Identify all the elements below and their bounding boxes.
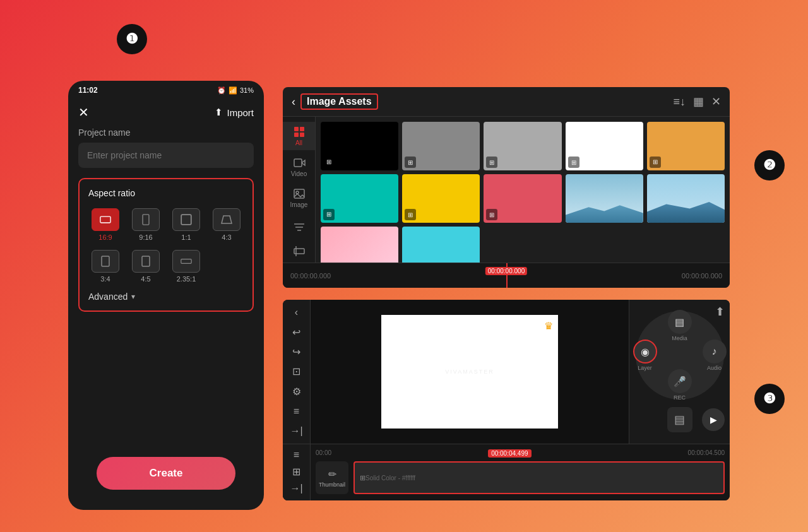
ar-label-4-3: 4:3 — [222, 233, 231, 241]
wifi-icon: 📶 — [229, 86, 237, 95]
editor-left-tools: ‹ ↩ ↪ ⊡ ⚙ ≡ →| — [283, 300, 311, 444]
ar-label-2-35-1: 2.35:1 — [177, 275, 196, 283]
close-icon[interactable]: ✕ — [711, 95, 721, 109]
ar-icon-1-1 — [172, 208, 200, 231]
step-3: ❸ — [754, 384, 785, 414]
ar-label-3-4: 3:4 — [100, 275, 110, 283]
ar-item-16-9[interactable]: 16:9 — [88, 208, 122, 241]
svg-rect-0 — [100, 216, 110, 223]
ar-item-9-16[interactable]: 9:16 — [129, 208, 163, 241]
advanced-label: Advanced — [88, 292, 128, 302]
sidebar-item-filter[interactable] — [283, 217, 315, 239]
close-button[interactable]: ✕ — [78, 105, 89, 120]
editor-canvas: VIVAMASTER ♛ — [311, 300, 629, 444]
canvas-content: VIVAMASTER ♛ — [381, 315, 558, 429]
audio-icon: ♪ — [703, 340, 727, 364]
timeline-track-area: 00:00 00:00:04.499 00:00:04.500 ✏ Thumbn… — [311, 444, 730, 500]
radial-menu: ▤ Media ♪ Audio 🎤 REC ◉ Layer — [636, 311, 724, 399]
panel2-sidebar: All Video Image — [283, 117, 316, 263]
project-name-input[interactable]: Enter project name — [78, 143, 254, 168]
ar-item-3-4[interactable]: 3:4 — [88, 250, 122, 283]
radial-audio-button[interactable]: ♪ Audio — [703, 340, 727, 371]
ar-item-4-3[interactable]: 4:3 — [210, 208, 244, 241]
fullscreen-button[interactable]: ⊡ — [287, 364, 307, 379]
ar-label-4-5: 4:5 — [141, 275, 150, 283]
asset-white[interactable]: ⊞ — [566, 122, 643, 170]
mic-icon: 🎤 — [668, 369, 692, 393]
play-button[interactable]: ▶ — [702, 408, 725, 431]
asset-mountains-2[interactable] — [647, 174, 725, 223]
panel2-body: All Video Image — [283, 117, 730, 263]
back-navigate-button[interactable]: ‹ — [287, 305, 307, 319]
solid-clip-track[interactable]: ⊞ Solid Color - #ffffff — [354, 461, 725, 494]
sidebar-item-image[interactable]: Image — [283, 184, 315, 212]
create-button[interactable]: Create — [97, 457, 235, 490]
assets-grid: ⊞ ⊞ ⊞ ⊞ ⊞ ⊞ ⊞ — [321, 122, 725, 263]
ar-icon-2-35-1 — [172, 250, 200, 273]
radial-rec-button[interactable]: 🎤 REC — [668, 369, 692, 401]
fill-icon: ⊞ — [323, 209, 335, 220]
forward-button[interactable]: →| — [287, 424, 307, 439]
asset-yellow[interactable]: ⊞ — [402, 174, 480, 223]
fill-icon: ⊞ — [405, 209, 416, 220]
ar-item-2-35-1[interactable]: 2.35:1 — [169, 250, 203, 283]
asset-gray-mid[interactable]: ⊞ — [484, 122, 561, 170]
timeline-marker-label: 00:00:00.000 — [485, 267, 527, 275]
sidebar-item-all[interactable]: All — [283, 122, 315, 150]
svg-rect-1 — [143, 215, 149, 225]
radial-media-button[interactable]: ▤ Media — [668, 310, 692, 341]
forward-track-button[interactable]: →| — [290, 483, 302, 494]
import-label: Import — [227, 107, 254, 118]
chevron-down-icon: ▾ — [131, 292, 135, 301]
add-track-button[interactable]: ≡ — [294, 449, 299, 461]
asset-pink[interactable] — [321, 227, 398, 263]
import-button[interactable]: ⬆ Import — [215, 107, 254, 118]
timeline-start: 00:00 — [316, 449, 331, 458]
ar-icon-16-9 — [92, 208, 119, 231]
radial-layer-button[interactable]: ◉ Layer — [633, 340, 657, 371]
svg-marker-3 — [222, 216, 232, 223]
aspect-ratio-box: Aspect ratio 16:9 9:16 — [78, 178, 254, 312]
audio-label: Audio — [707, 365, 722, 371]
undo-button[interactable]: ↩ — [287, 324, 307, 339]
layers-button[interactable]: ≡ — [287, 404, 307, 418]
redo-button[interactable]: ↪ — [287, 345, 307, 359]
asset-orange[interactable]: ⊞ — [647, 122, 725, 170]
step-2: ❷ — [754, 150, 785, 180]
svg-rect-10 — [300, 133, 304, 137]
thumbnail-item[interactable]: ✏ Thumbnail — [316, 461, 348, 494]
camera-icon: ▤ — [674, 413, 685, 427]
import-icon: ⬆ — [215, 107, 223, 118]
asset-cyan[interactable] — [402, 227, 480, 263]
svg-rect-9 — [294, 133, 299, 137]
timeline-left-tools: ≡ ⊞ →| — [283, 444, 311, 500]
sort-icon[interactable]: ≡↓ — [673, 95, 686, 109]
asset-red[interactable]: ⊞ — [484, 174, 561, 223]
sidebar-item-video[interactable]: Video — [283, 153, 315, 181]
solid-clip-text: Solid Color - #ffffff — [365, 475, 415, 482]
fill-icon: ⊞ — [486, 157, 497, 168]
back-button[interactable]: ‹ — [292, 95, 295, 109]
svg-rect-4 — [102, 256, 109, 266]
svg-rect-2 — [181, 215, 191, 225]
split-button[interactable]: ⊞ — [292, 466, 300, 478]
settings-button[interactable]: ⚙ — [287, 384, 307, 399]
ar-icon-9-16 — [132, 208, 160, 231]
aspect-ratio-title: Aspect ratio — [88, 188, 244, 198]
asset-black[interactable]: ⊞ — [321, 122, 398, 170]
asset-gray-dark[interactable]: ⊞ — [402, 122, 480, 170]
sidebar-label-all: All — [295, 139, 302, 146]
ar-icon-3-4 — [92, 250, 119, 273]
mobile-header: ✕ ⬆ Import — [68, 100, 264, 127]
sidebar-item-trim[interactable] — [283, 241, 315, 263]
asset-teal[interactable]: ⊞ — [321, 174, 398, 223]
ar-item-4-5[interactable]: 4:5 — [129, 250, 163, 283]
advanced-row[interactable]: Advanced ▾ — [88, 283, 244, 302]
layout-icon[interactable]: ▦ — [693, 95, 704, 109]
alarm-icon: ⏰ — [217, 86, 226, 95]
screenshot-button[interactable]: ▤ — [667, 407, 692, 432]
status-time: 11:02 — [78, 86, 98, 95]
ar-item-1-1[interactable]: 1:1 — [169, 208, 203, 241]
fill-icon: ⊞ — [568, 157, 579, 168]
asset-mountains[interactable] — [566, 174, 643, 223]
